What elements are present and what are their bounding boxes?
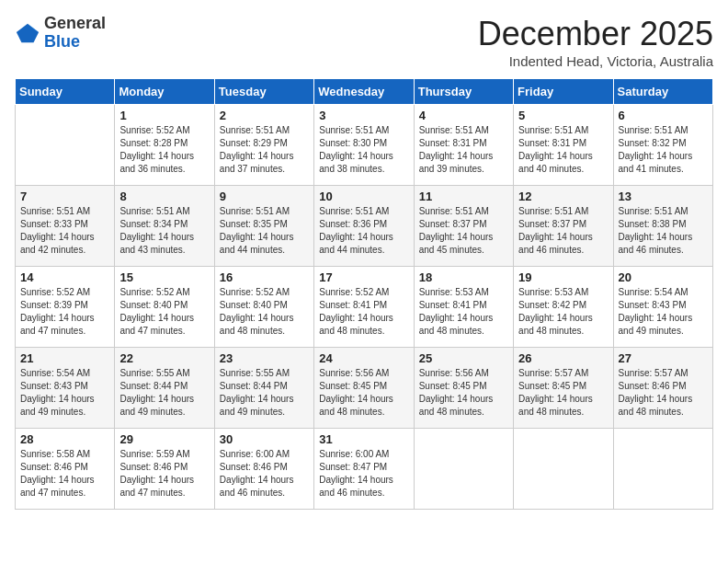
day-info: Sunrise: 5:51 AMSunset: 8:31 PMDaylight:… — [518, 124, 608, 176]
day-number: 21 — [20, 351, 109, 365]
calendar-cell: 26Sunrise: 5:57 AMSunset: 8:45 PMDayligh… — [514, 348, 613, 429]
calendar-cell: 19Sunrise: 5:53 AMSunset: 8:42 PMDayligh… — [514, 267, 613, 348]
day-number: 8 — [119, 190, 209, 203]
logo-general-text: General — [44, 15, 106, 33]
calendar-cell: 15Sunrise: 5:52 AMSunset: 8:40 PMDayligh… — [115, 267, 214, 348]
day-info: Sunrise: 5:51 AMSunset: 8:33 PMDaylight:… — [20, 205, 109, 257]
day-info: Sunrise: 5:54 AMSunset: 8:43 PMDaylight:… — [20, 367, 109, 419]
title-block: December 2025 Indented Head, Victoria, A… — [478, 15, 713, 69]
day-info: Sunrise: 5:52 AMSunset: 8:41 PMDaylight:… — [319, 286, 408, 338]
day-number: 13 — [619, 190, 708, 203]
calendar-table: SundayMondayTuesdayWednesdayThursdayFrid… — [15, 78, 713, 510]
calendar-cell: 17Sunrise: 5:52 AMSunset: 8:41 PMDayligh… — [314, 267, 414, 348]
header-day-saturday: Saturday — [613, 79, 712, 105]
day-info: Sunrise: 5:51 AMSunset: 8:32 PMDaylight:… — [619, 124, 708, 176]
day-number: 17 — [319, 270, 408, 284]
day-number: 1 — [119, 109, 209, 122]
day-info: Sunrise: 5:59 AMSunset: 8:46 PMDaylight:… — [119, 448, 209, 500]
logo-blue-text: Blue — [44, 33, 106, 52]
calendar-cell: 8Sunrise: 5:51 AMSunset: 8:34 PMDaylight… — [115, 186, 214, 267]
day-info: Sunrise: 5:52 AMSunset: 8:28 PMDaylight:… — [119, 124, 209, 176]
day-number: 19 — [518, 270, 608, 284]
header-day-friday: Friday — [514, 79, 613, 105]
calendar-cell: 10Sunrise: 5:51 AMSunset: 8:36 PMDayligh… — [314, 186, 414, 267]
day-number: 10 — [319, 190, 408, 203]
week-row-1: 1Sunrise: 5:52 AMSunset: 8:28 PMDaylight… — [16, 105, 713, 186]
day-number: 18 — [419, 270, 508, 284]
day-number: 22 — [119, 351, 209, 365]
day-info: Sunrise: 5:51 AMSunset: 8:29 PMDaylight:… — [220, 124, 309, 176]
day-info: Sunrise: 5:58 AMSunset: 8:46 PMDaylight:… — [20, 448, 109, 500]
calendar-cell: 7Sunrise: 5:51 AMSunset: 8:33 PMDaylight… — [16, 186, 115, 267]
week-row-4: 21Sunrise: 5:54 AMSunset: 8:43 PMDayligh… — [16, 348, 713, 429]
day-info: Sunrise: 6:00 AMSunset: 8:46 PMDaylight:… — [220, 448, 309, 500]
day-info: Sunrise: 5:51 AMSunset: 8:35 PMDaylight:… — [220, 205, 309, 257]
day-number: 11 — [419, 190, 508, 203]
calendar-cell: 29Sunrise: 5:59 AMSunset: 8:46 PMDayligh… — [115, 429, 214, 510]
header-day-thursday: Thursday — [414, 79, 513, 105]
calendar-cell: 24Sunrise: 5:56 AMSunset: 8:45 PMDayligh… — [314, 348, 414, 429]
day-number: 29 — [119, 432, 209, 446]
calendar-cell: 5Sunrise: 5:51 AMSunset: 8:31 PMDaylight… — [514, 105, 613, 186]
calendar-cell: 12Sunrise: 5:51 AMSunset: 8:37 PMDayligh… — [514, 186, 613, 267]
calendar-cell: 13Sunrise: 5:51 AMSunset: 8:38 PMDayligh… — [613, 186, 712, 267]
calendar-cell: 27Sunrise: 5:57 AMSunset: 8:46 PMDayligh… — [613, 348, 712, 429]
day-number: 7 — [20, 190, 109, 203]
calendar-cell: 1Sunrise: 5:52 AMSunset: 8:28 PMDaylight… — [115, 105, 214, 186]
day-info: Sunrise: 5:53 AMSunset: 8:41 PMDaylight:… — [419, 286, 508, 338]
day-number: 24 — [319, 351, 408, 365]
day-info: Sunrise: 5:57 AMSunset: 8:45 PMDaylight:… — [518, 367, 608, 419]
month-title: December 2025 — [478, 15, 713, 53]
day-number: 28 — [20, 432, 109, 446]
calendar-cell: 11Sunrise: 5:51 AMSunset: 8:37 PMDayligh… — [414, 186, 513, 267]
calendar-cell: 18Sunrise: 5:53 AMSunset: 8:41 PMDayligh… — [414, 267, 513, 348]
day-number: 20 — [619, 270, 708, 284]
calendar-cell — [414, 429, 513, 510]
logo-icon — [15, 20, 40, 46]
day-info: Sunrise: 5:52 AMSunset: 8:40 PMDaylight:… — [220, 286, 309, 338]
day-info: Sunrise: 5:51 AMSunset: 8:37 PMDaylight:… — [419, 205, 508, 257]
calendar-cell: 22Sunrise: 5:55 AMSunset: 8:44 PMDayligh… — [115, 348, 214, 429]
day-info: Sunrise: 5:52 AMSunset: 8:40 PMDaylight:… — [119, 286, 209, 338]
svg-marker-0 — [17, 24, 39, 43]
day-number: 14 — [20, 270, 109, 284]
day-info: Sunrise: 5:51 AMSunset: 8:37 PMDaylight:… — [518, 205, 608, 257]
logo: General Blue — [15, 15, 106, 52]
day-number: 6 — [619, 109, 708, 122]
calendar-cell: 16Sunrise: 5:52 AMSunset: 8:40 PMDayligh… — [214, 267, 313, 348]
calendar-cell — [613, 429, 712, 510]
calendar-body: 1Sunrise: 5:52 AMSunset: 8:28 PMDaylight… — [16, 105, 713, 510]
calendar-cell: 3Sunrise: 5:51 AMSunset: 8:30 PMDaylight… — [314, 105, 414, 186]
day-info: Sunrise: 5:57 AMSunset: 8:46 PMDaylight:… — [619, 367, 708, 419]
day-info: Sunrise: 5:56 AMSunset: 8:45 PMDaylight:… — [419, 367, 508, 419]
calendar-cell: 4Sunrise: 5:51 AMSunset: 8:31 PMDaylight… — [414, 105, 513, 186]
day-info: Sunrise: 5:51 AMSunset: 8:31 PMDaylight:… — [419, 124, 508, 176]
day-number: 4 — [419, 109, 508, 122]
day-number: 27 — [619, 351, 708, 365]
day-number: 23 — [220, 351, 309, 365]
header-day-monday: Monday — [115, 79, 214, 105]
day-info: Sunrise: 5:51 AMSunset: 8:34 PMDaylight:… — [119, 205, 209, 257]
day-number: 5 — [518, 109, 608, 122]
page-header: General Blue December 2025 Indented Head… — [15, 15, 713, 69]
calendar-header: SundayMondayTuesdayWednesdayThursdayFrid… — [16, 79, 713, 105]
day-info: Sunrise: 5:55 AMSunset: 8:44 PMDaylight:… — [119, 367, 209, 419]
day-info: Sunrise: 5:55 AMSunset: 8:44 PMDaylight:… — [220, 367, 309, 419]
day-info: Sunrise: 5:53 AMSunset: 8:42 PMDaylight:… — [518, 286, 608, 338]
location-subtitle: Indented Head, Victoria, Australia — [478, 53, 713, 69]
calendar-cell: 21Sunrise: 5:54 AMSunset: 8:43 PMDayligh… — [16, 348, 115, 429]
day-number: 25 — [419, 351, 508, 365]
day-info: Sunrise: 5:54 AMSunset: 8:43 PMDaylight:… — [619, 286, 708, 338]
header-day-tuesday: Tuesday — [214, 79, 313, 105]
calendar-cell — [514, 429, 613, 510]
day-number: 15 — [119, 270, 209, 284]
calendar-cell: 20Sunrise: 5:54 AMSunset: 8:43 PMDayligh… — [613, 267, 712, 348]
week-row-3: 14Sunrise: 5:52 AMSunset: 8:39 PMDayligh… — [16, 267, 713, 348]
calendar-cell — [16, 105, 115, 186]
day-number: 30 — [220, 432, 309, 446]
day-info: Sunrise: 5:51 AMSunset: 8:36 PMDaylight:… — [319, 205, 408, 257]
day-number: 26 — [518, 351, 608, 365]
day-number: 9 — [220, 190, 309, 203]
header-row: SundayMondayTuesdayWednesdayThursdayFrid… — [16, 79, 713, 105]
calendar-cell: 6Sunrise: 5:51 AMSunset: 8:32 PMDaylight… — [613, 105, 712, 186]
